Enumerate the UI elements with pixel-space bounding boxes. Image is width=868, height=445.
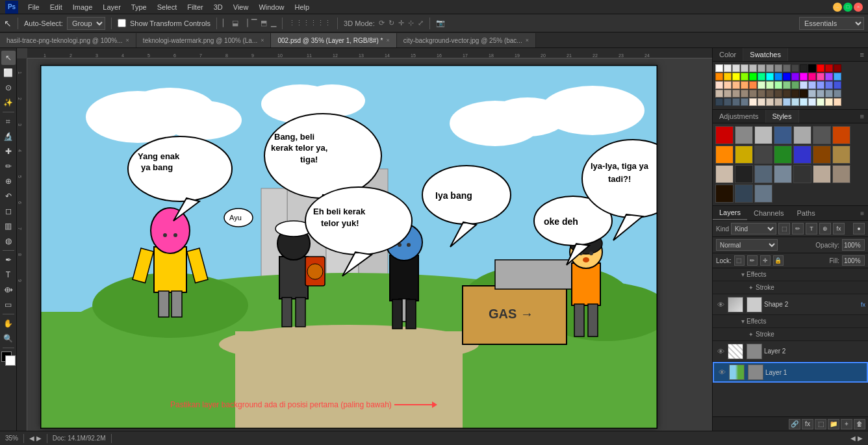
spot-heal-tool[interactable]: ✚ — [1, 144, 16, 159]
swatch[interactable] — [766, 98, 774, 106]
swatch[interactable] — [741, 81, 748, 89]
styles-panel-options[interactable]: ≡ — [856, 110, 868, 123]
swatch[interactable] — [791, 98, 799, 106]
style-item[interactable] — [735, 165, 753, 183]
layer-filter-icon5[interactable]: fx — [833, 223, 845, 235]
crop-tool[interactable]: ⌗ — [1, 114, 16, 129]
swatch[interactable] — [741, 90, 748, 97]
swatch[interactable] — [749, 90, 757, 97]
3d-slide-icon[interactable]: ⊹ — [408, 19, 414, 27]
swatch[interactable] — [732, 64, 740, 72]
tab-0-close[interactable]: × — [126, 37, 129, 44]
swatch[interactable] — [817, 64, 824, 72]
style-item[interactable] — [793, 165, 811, 183]
swatch[interactable] — [834, 90, 841, 97]
color-tab[interactable]: Color — [713, 48, 743, 61]
swatch[interactable] — [749, 73, 757, 81]
style-item[interactable] — [813, 146, 831, 164]
swatch[interactable] — [774, 64, 782, 72]
move-tool[interactable]: ↖ — [1, 51, 16, 65]
tab-1[interactable]: teknologi-watermark.png @ 100% (La... × — [136, 33, 272, 47]
style-item[interactable] — [754, 184, 772, 203]
tab-1-close[interactable]: × — [261, 37, 264, 44]
history-tool[interactable]: ↶ — [1, 189, 16, 203]
swatch[interactable] — [732, 98, 740, 106]
pen-tool[interactable]: ✒ — [1, 253, 16, 267]
swatch[interactable] — [774, 98, 782, 106]
swatch[interactable] — [800, 90, 808, 97]
workspace-dropdown[interactable]: Essentials — [799, 17, 864, 30]
swatch[interactable] — [758, 73, 765, 81]
swatch[interactable] — [817, 81, 824, 89]
lock-pixels-btn[interactable]: ✏ — [747, 255, 758, 266]
swatch[interactable] — [825, 90, 833, 97]
layer1-visibility[interactable]: 👁 — [717, 367, 727, 377]
shape2-visibility[interactable]: 👁 — [715, 299, 726, 310]
brush-tool[interactable]: ✏ — [1, 159, 16, 173]
style-item[interactable] — [735, 184, 753, 203]
style-item[interactable] — [735, 126, 753, 144]
swatch[interactable] — [758, 81, 765, 89]
blur-tool[interactable]: ◍ — [1, 234, 16, 248]
auto-select-dropdown[interactable]: Group Layer — [67, 17, 105, 30]
swatch[interactable] — [783, 81, 791, 89]
swatch[interactable] — [715, 90, 723, 97]
3d-scale-icon[interactable]: ⤢ — [418, 19, 424, 27]
align-center-v-icon[interactable]: ⬒ — [261, 19, 267, 27]
swatch[interactable] — [724, 90, 732, 97]
align-top-icon[interactable]: ▔ — [251, 19, 257, 27]
swatch[interactable] — [766, 73, 774, 81]
zoom-tool[interactable]: 🔍 — [1, 331, 16, 346]
tab-2[interactable]: 002.psd @ 35% (Layer 1, RGB/8#) * × — [271, 33, 396, 47]
menu-edit[interactable]: Edit — [45, 2, 67, 12]
swatch[interactable] — [817, 73, 824, 81]
close-button[interactable]: × — [854, 3, 863, 12]
foreground-color[interactable] — [1, 351, 16, 366]
swatch[interactable] — [724, 64, 732, 72]
style-item[interactable] — [715, 126, 734, 144]
swatch[interactable] — [758, 64, 765, 72]
align-left-icon[interactable]: ▏ — [223, 19, 228, 27]
style-item[interactable] — [774, 146, 792, 164]
style-item[interactable] — [793, 126, 811, 144]
swatch[interactable] — [774, 81, 782, 89]
lasso-tool[interactable]: ⊙ — [1, 81, 16, 95]
swatch[interactable] — [732, 81, 740, 89]
lock-position-btn[interactable]: ✛ — [760, 255, 771, 266]
swatch[interactable] — [808, 73, 816, 81]
channels-tab[interactable]: Channels — [747, 207, 790, 220]
swatch[interactable] — [791, 64, 799, 72]
swatch[interactable] — [758, 90, 765, 97]
menu-view[interactable]: View — [229, 2, 253, 12]
swatch[interactable] — [783, 64, 791, 72]
style-item[interactable] — [813, 165, 831, 183]
layers-tab[interactable]: Layers — [713, 206, 747, 220]
adjustments-tab[interactable]: Adjustments — [713, 110, 766, 123]
style-item[interactable] — [715, 165, 734, 183]
eraser-tool[interactable]: ◻ — [1, 204, 16, 218]
menu-image[interactable]: Image — [68, 2, 97, 12]
swatch[interactable] — [791, 73, 799, 81]
swatch[interactable] — [749, 81, 757, 89]
swatch[interactable] — [715, 64, 723, 72]
fill-input[interactable]: 100% — [842, 255, 865, 266]
swatch[interactable] — [817, 90, 824, 97]
3d-pan-icon[interactable]: ✛ — [398, 19, 404, 27]
tab-2-close[interactable]: × — [386, 37, 389, 44]
swatch[interactable] — [766, 64, 774, 72]
style-item[interactable] — [832, 165, 850, 183]
swatch[interactable] — [783, 73, 791, 81]
layer-filter-icon1[interactable]: ⬚ — [778, 223, 790, 235]
layer-filter-toggle[interactable]: ● — [853, 223, 865, 235]
menu-3d[interactable]: 3D — [209, 2, 227, 12]
hand-tool[interactable]: ✋ — [1, 316, 16, 331]
swatch[interactable] — [791, 90, 799, 97]
tab-0[interactable]: hasil-trace-png-teknologi.png @ 100%... … — [0, 33, 136, 47]
style-item[interactable] — [832, 146, 850, 164]
style-item[interactable] — [754, 126, 772, 144]
style-item[interactable] — [754, 146, 772, 164]
swatch[interactable] — [825, 64, 833, 72]
swatch[interactable] — [791, 81, 799, 89]
maximize-button[interactable]: □ — [843, 3, 852, 12]
wand-tool[interactable]: ✨ — [1, 95, 16, 110]
